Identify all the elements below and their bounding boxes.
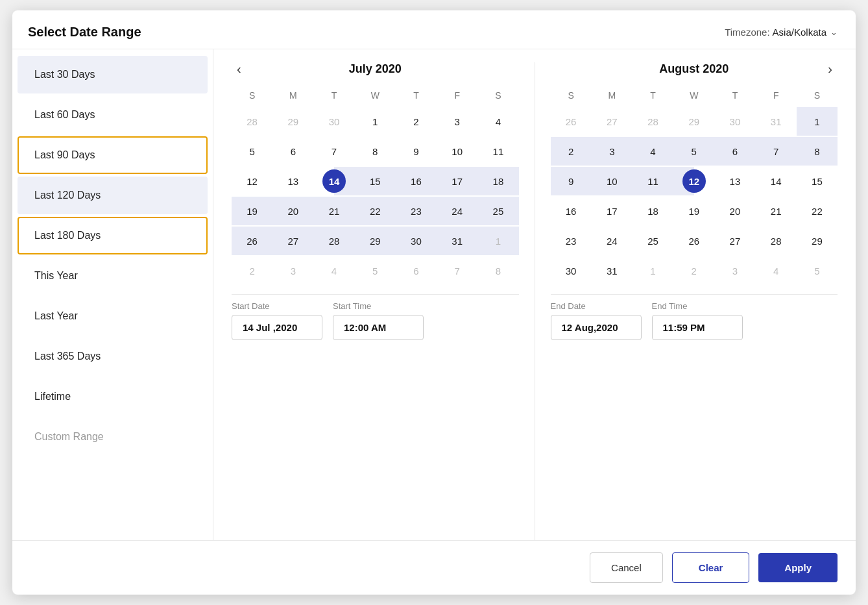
day-cell[interactable]: 30 xyxy=(714,107,755,136)
day-cell[interactable]: 26 xyxy=(232,227,272,255)
day-cell[interactable]: 5 xyxy=(797,256,838,285)
day-cell[interactable]: 29 xyxy=(673,107,714,136)
day-cell[interactable]: 8 xyxy=(797,137,838,166)
day-cell[interactable]: 19 xyxy=(673,197,714,225)
day-cell[interactable]: 22 xyxy=(355,197,396,225)
day-cell[interactable]: 31 xyxy=(437,227,477,255)
day-cell[interactable]: 20 xyxy=(714,197,755,225)
next-month-button[interactable]: › xyxy=(823,59,838,79)
day-cell[interactable]: 29 xyxy=(355,227,396,255)
end-time-input[interactable]: 11:59 PM xyxy=(652,315,743,340)
day-cell[interactable]: 23 xyxy=(551,227,592,255)
day-cell[interactable]: 1 xyxy=(633,256,673,285)
day-cell[interactable]: 16 xyxy=(551,197,592,225)
day-cell[interactable]: 24 xyxy=(592,227,633,255)
day-cell[interactable]: 22 xyxy=(797,197,838,225)
sidebar-item-last-60[interactable]: Last 60 Days xyxy=(18,96,208,134)
day-cell[interactable]: 2 xyxy=(396,107,437,136)
day-cell[interactable]: 28 xyxy=(313,227,354,255)
day-cell[interactable]: 3 xyxy=(714,256,755,285)
day-cell[interactable]: 3 xyxy=(437,107,477,136)
day-cell[interactable]: 4 xyxy=(477,107,518,136)
day-cell[interactable]: 13 xyxy=(714,167,755,195)
day-cell[interactable]: 29 xyxy=(272,107,313,136)
day-cell[interactable]: 21 xyxy=(756,197,797,225)
day-cell[interactable]: 8 xyxy=(477,256,518,285)
day-cell[interactable]: 5 xyxy=(673,137,714,166)
day-cell[interactable]: 3 xyxy=(272,256,313,285)
day-cell[interactable]: 2 xyxy=(232,256,272,285)
day-cell[interactable]: 14 xyxy=(313,167,354,195)
day-cell[interactable]: 9 xyxy=(551,167,592,195)
day-cell[interactable]: 7 xyxy=(437,256,477,285)
day-cell[interactable]: 23 xyxy=(396,197,437,225)
day-cell[interactable]: 8 xyxy=(355,137,396,166)
sidebar-item-custom[interactable]: Custom Range xyxy=(18,418,208,456)
day-cell[interactable]: 12 xyxy=(232,167,272,195)
prev-month-button[interactable]: ‹ xyxy=(232,59,247,79)
start-date-input[interactable]: 14 Jul ,2020 xyxy=(232,315,322,340)
day-cell[interactable]: 27 xyxy=(714,227,755,255)
day-cell[interactable]: 25 xyxy=(633,227,673,255)
day-cell[interactable]: 15 xyxy=(797,167,838,195)
day-cell[interactable]: 28 xyxy=(756,227,797,255)
day-cell[interactable]: 30 xyxy=(396,227,437,255)
day-cell[interactable]: 26 xyxy=(673,227,714,255)
day-cell[interactable]: 10 xyxy=(592,167,633,195)
sidebar-item-last-365[interactable]: Last 365 Days xyxy=(18,338,208,375)
day-cell[interactable]: 27 xyxy=(592,107,633,136)
day-cell[interactable]: 12 xyxy=(673,167,714,195)
sidebar-item-last-year[interactable]: Last Year xyxy=(18,297,208,335)
day-cell[interactable]: 1 xyxy=(797,107,838,136)
sidebar-item-last-180[interactable]: Last 180 Days xyxy=(18,217,208,254)
timezone-selector[interactable]: Timezone: Asia/Kolkata ⌄ xyxy=(725,27,838,38)
day-cell[interactable]: 2 xyxy=(673,256,714,285)
day-cell[interactable]: 26 xyxy=(551,107,592,136)
day-cell[interactable]: 4 xyxy=(313,256,354,285)
day-cell[interactable]: 31 xyxy=(756,107,797,136)
start-time-input[interactable]: 12:00 AM xyxy=(333,315,424,340)
day-cell[interactable]: 28 xyxy=(633,107,673,136)
day-cell[interactable]: 7 xyxy=(313,137,354,166)
sidebar-item-this-year[interactable]: This Year xyxy=(18,257,208,295)
day-cell[interactable]: 7 xyxy=(756,137,797,166)
day-cell[interactable]: 17 xyxy=(592,197,633,225)
day-cell[interactable]: 18 xyxy=(633,197,673,225)
sidebar-item-last-90[interactable]: Last 90 Days xyxy=(18,136,208,174)
sidebar-item-lifetime[interactable]: Lifetime xyxy=(18,378,208,415)
day-cell[interactable]: 1 xyxy=(355,107,396,136)
day-cell[interactable]: 25 xyxy=(477,197,518,225)
day-cell[interactable]: 4 xyxy=(633,137,673,166)
day-cell[interactable]: 19 xyxy=(232,197,272,225)
sidebar-item-last-120[interactable]: Last 120 Days xyxy=(18,177,208,214)
day-cell[interactable]: 1 xyxy=(477,227,518,255)
day-cell[interactable]: 6 xyxy=(272,137,313,166)
day-cell[interactable]: 9 xyxy=(396,137,437,166)
day-cell[interactable]: 5 xyxy=(232,137,272,166)
day-cell[interactable]: 21 xyxy=(313,197,354,225)
end-date-input[interactable]: 12 Aug,2020 xyxy=(551,315,642,340)
day-cell[interactable]: 30 xyxy=(551,256,592,285)
day-cell[interactable]: 17 xyxy=(437,167,477,195)
day-cell[interactable]: 6 xyxy=(396,256,437,285)
day-cell[interactable]: 20 xyxy=(272,197,313,225)
day-cell[interactable]: 4 xyxy=(756,256,797,285)
day-cell[interactable]: 24 xyxy=(437,197,477,225)
day-cell[interactable]: 27 xyxy=(272,227,313,255)
day-cell[interactable]: 18 xyxy=(477,167,518,195)
day-cell[interactable]: 10 xyxy=(437,137,477,166)
day-cell[interactable]: 28 xyxy=(232,107,272,136)
day-cell[interactable]: 6 xyxy=(714,137,755,166)
day-cell[interactable]: 29 xyxy=(797,227,838,255)
apply-button[interactable]: Apply xyxy=(758,553,838,582)
clear-button[interactable]: Clear xyxy=(672,552,750,583)
day-cell[interactable]: 11 xyxy=(477,137,518,166)
sidebar-item-last-30[interactable]: Last 30 Days xyxy=(18,56,208,93)
day-cell[interactable]: 2 xyxy=(551,137,592,166)
day-cell[interactable]: 13 xyxy=(272,167,313,195)
day-cell[interactable]: 31 xyxy=(592,256,633,285)
day-cell[interactable]: 14 xyxy=(756,167,797,195)
day-cell[interactable]: 16 xyxy=(396,167,437,195)
day-cell[interactable]: 30 xyxy=(313,107,354,136)
day-cell[interactable]: 5 xyxy=(355,256,396,285)
